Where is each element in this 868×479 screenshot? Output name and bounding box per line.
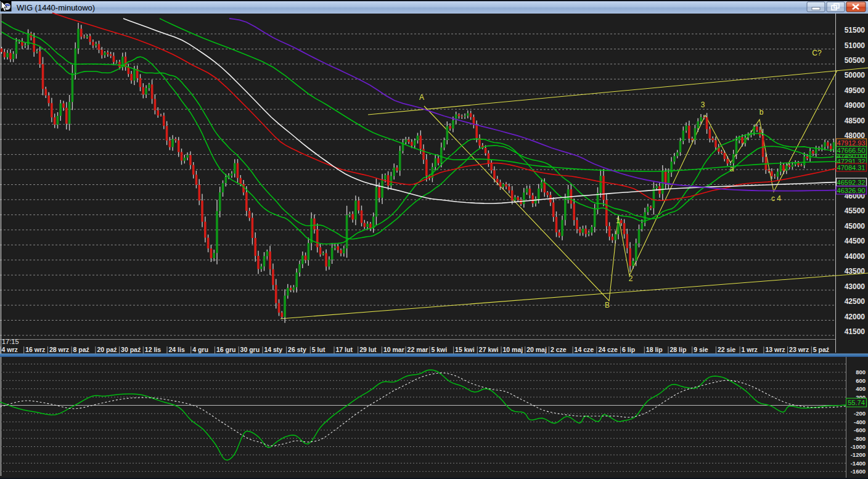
svg-text:13 wrz: 13 wrz [765, 346, 785, 353]
svg-text:26 sty: 26 sty [288, 346, 306, 353]
svg-text:50000: 50000 [845, 71, 866, 80]
svg-text:45500: 45500 [845, 207, 866, 215]
svg-text:9 sie: 9 sie [694, 346, 708, 353]
svg-text:46592.32: 46592.32 [837, 179, 866, 186]
svg-text:43000: 43000 [845, 282, 866, 291]
svg-text:1 wrz: 1 wrz [742, 346, 758, 353]
svg-text:-1600: -1600 [851, 468, 866, 475]
svg-text:46326.90: 46326.90 [837, 187, 866, 194]
svg-text:800: 800 [856, 369, 866, 375]
svg-text:24 cze: 24 cze [598, 346, 618, 353]
svg-text:22 mar: 22 mar [407, 346, 428, 353]
svg-text:a: a [730, 165, 734, 173]
svg-text:51500: 51500 [845, 26, 866, 35]
svg-text:30 gru: 30 gru [240, 346, 260, 353]
svg-text:42000: 42000 [845, 313, 866, 321]
svg-text:28 lip: 28 lip [670, 346, 687, 353]
svg-text:42500: 42500 [845, 297, 866, 306]
svg-text:10 mar: 10 mar [383, 346, 404, 353]
svg-text:12 lis: 12 lis [145, 346, 161, 353]
svg-text:4 gru: 4 gru [192, 346, 208, 353]
svg-text:-1200: -1200 [851, 451, 866, 458]
svg-text:6 lip: 6 lip [622, 346, 635, 353]
svg-text:18 lip: 18 lip [646, 346, 663, 353]
svg-text:14 cze: 14 cze [575, 346, 594, 353]
svg-text:-1000: -1000 [851, 443, 866, 450]
svg-text:55.74: 55.74 [848, 399, 865, 406]
svg-text:400: 400 [856, 385, 866, 392]
svg-text:51000: 51000 [845, 41, 866, 50]
svg-text:-400: -400 [854, 419, 866, 425]
svg-text:8 paź: 8 paź [73, 346, 89, 353]
svg-text:-600: -600 [854, 427, 866, 433]
svg-text:23 wrz: 23 wrz [789, 346, 809, 353]
svg-text:30 paź: 30 paź [121, 346, 141, 353]
svg-text:49000: 49000 [845, 101, 866, 110]
svg-text:5 kwi: 5 kwi [431, 346, 447, 353]
svg-text:28 wrz: 28 wrz [49, 346, 69, 353]
svg-text:5 paź: 5 paź [813, 346, 829, 353]
svg-text:16 gru: 16 gru [216, 346, 236, 353]
svg-text:22 sie: 22 sie [718, 346, 735, 353]
svg-text:2 cze: 2 cze [551, 346, 567, 353]
svg-text:4 wrz: 4 wrz [2, 346, 18, 353]
svg-text:2: 2 [629, 274, 633, 283]
svg-text:44000: 44000 [845, 252, 866, 261]
svg-text:C?: C? [812, 49, 822, 57]
svg-text:-800: -800 [854, 435, 866, 442]
svg-text:41500: 41500 [845, 327, 866, 336]
svg-text:5 lut: 5 lut [312, 346, 326, 353]
svg-text:3: 3 [701, 100, 705, 109]
svg-text:15 kwi: 15 kwi [455, 346, 475, 353]
svg-text:600: 600 [856, 377, 866, 384]
svg-text:47912.93: 47912.93 [837, 139, 866, 147]
svg-text:20 paź: 20 paź [97, 346, 117, 353]
svg-text:c 4: c 4 [771, 194, 781, 203]
svg-text:44500: 44500 [845, 237, 866, 245]
svg-text:10 maj: 10 maj [503, 346, 523, 353]
svg-text:WIG (1440-minutowo): WIG (1440-minutowo) [17, 3, 95, 12]
svg-text:A: A [419, 93, 424, 102]
svg-text:b: b [760, 108, 764, 117]
svg-text:50500: 50500 [845, 56, 866, 65]
svg-text:47084.31: 47084.31 [837, 164, 866, 171]
svg-text:-200: -200 [854, 410, 866, 417]
svg-text:45000: 45000 [845, 222, 866, 231]
svg-text:24 lis: 24 lis [169, 346, 185, 353]
svg-text:B: B [605, 301, 610, 309]
svg-text:1: 1 [616, 216, 620, 225]
svg-text:17:15: 17:15 [2, 338, 19, 345]
svg-text:20 maj: 20 maj [526, 346, 547, 353]
svg-text:27 kwi: 27 kwi [479, 346, 499, 353]
svg-text:47666.50: 47666.50 [837, 147, 866, 154]
svg-text:16 wrz: 16 wrz [25, 346, 45, 353]
svg-text:17 lut: 17 lut [336, 346, 353, 353]
svg-text:14 sty: 14 sty [264, 346, 282, 353]
svg-text:49500: 49500 [845, 86, 866, 95]
svg-text:-1400: -1400 [851, 460, 866, 467]
svg-text:48500: 48500 [845, 117, 866, 125]
svg-text:29 lut: 29 lut [359, 346, 377, 353]
